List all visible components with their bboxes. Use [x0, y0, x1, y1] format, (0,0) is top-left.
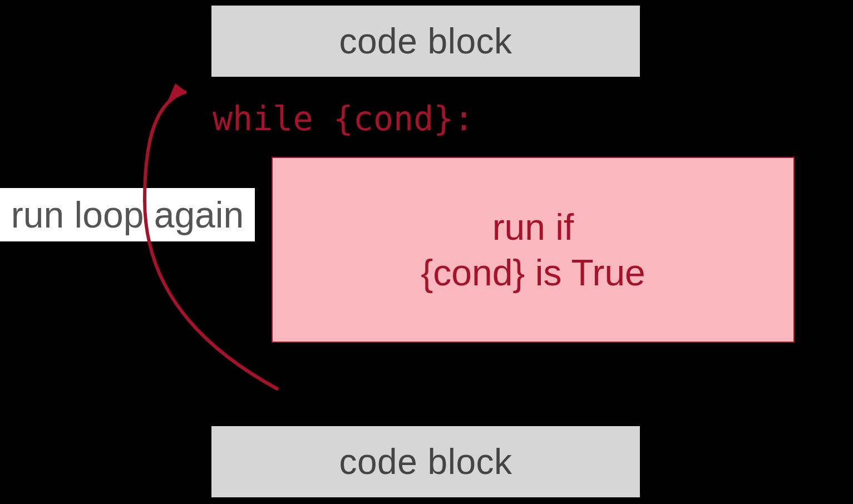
loop-back-arrow	[0, 0, 853, 504]
svg-marker-0	[167, 83, 186, 103]
